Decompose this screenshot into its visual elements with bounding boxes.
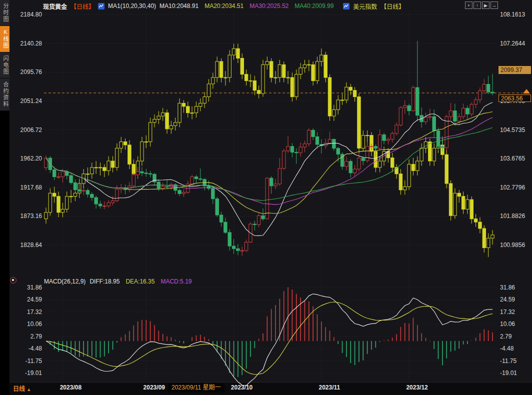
sidebar-tab-1[interactable]: K线图 [0, 26, 10, 52]
dropdown-arrow-icon: ▲ [26, 387, 31, 392]
price-axis-label: 2051.24 [11, 98, 42, 104]
sidebar-tab-0[interactable]: 分时图 [0, 0, 10, 26]
macd-axis-label-left: -4.48 [11, 345, 42, 352]
ma-value: MA20:2034.51 [204, 2, 244, 10]
ma-group-label: MA1(10,20,30,40) [108, 2, 156, 10]
symbol-name: 现货黄金 [43, 2, 67, 10]
macd-axis-label-left: -19.01 [11, 370, 42, 376]
macd-axis-label-left: 31.86 [11, 284, 42, 291]
macd-dea-value: DEA:16.35 [126, 278, 154, 285]
zoom-horizontal-icon[interactable]: ▶ [482, 2, 490, 9]
overlay-symbol-name: 美元指数 [353, 2, 377, 10]
price-axis-label: 2140.28 [11, 40, 42, 47]
high-price-badge: 2099.37 [498, 66, 531, 74]
crosshair-date-badge: 2023/09/11 星期一 [168, 383, 224, 392]
period-selector[interactable]: 日线 ▲ [13, 384, 31, 392]
chart-header: 现货黄金 【日线】 MA1(10,20,30,40) MA10:2048.91M… [43, 2, 404, 10]
macd-axis-label-right: 31.86 [500, 284, 531, 291]
price-axis-label: 1828.64 [11, 242, 42, 248]
ma-value: MA30:2025.52 [250, 2, 288, 10]
usd-axis-label: 101.8826 [500, 212, 531, 220]
usd-axis-label: 103.6765 [500, 155, 531, 162]
macd-axis-label-right: 24.59 [500, 296, 531, 303]
usd-axis-label: 104.5735 [500, 126, 531, 134]
macd-axis-label-left: 24.59 [11, 296, 42, 303]
macd-header: MACD(26,12,9) DIFF:18.95 DEA:16.35 MACD:… [44, 278, 192, 285]
price-axis-label: 1917.68 [11, 184, 42, 191]
price-axis-label: 2006.72 [11, 126, 42, 134]
left-sidebar: 分时图K线图闪电图合约资料 [0, 0, 10, 395]
last-price-badge: 2063.56 [498, 94, 531, 102]
price-axis-label: 1873.16 [11, 212, 42, 220]
usd-axis-label: 102.7796 [500, 184, 531, 191]
usd-axis-label: 108.1613 [500, 11, 531, 18]
macd-axis-label-right: 2.79 [500, 333, 531, 340]
macd-axis-label-right: 10.06 [500, 320, 531, 328]
symbol-period-tag: 【日线】 [70, 2, 94, 10]
chart-toolbar: +↑▶→ [465, 2, 498, 9]
overlay-period-tag: 【日线】 [380, 2, 404, 10]
zoom-vertical-icon[interactable]: ↑ [474, 2, 481, 9]
ma-legend: MA10:2048.91MA20:2034.51MA30:2025.52MA40… [160, 2, 340, 10]
macd-axis-label-right: -11.75 [500, 358, 531, 364]
macd-axis-label-left: 10.06 [11, 320, 42, 328]
indicator-settings-icon[interactable] [10, 277, 16, 284]
overlay-chart-icon[interactable] [343, 3, 350, 10]
axis-overlay: 2184.802140.282095.762051.242006.721962.… [0, 0, 532, 395]
trading-app-window: 分时图K线图闪电图合约资料 现货黄金 【日线】 MA1(10,20,30,40)… [0, 0, 532, 395]
chart-canvas[interactable] [0, 0, 532, 395]
macd-title: MACD(26,12,9) [44, 278, 86, 285]
macd-axis-label-right: -19.01 [500, 370, 531, 376]
ma-value: MA10:2048.91 [160, 2, 198, 10]
sidebar-tab-3[interactable]: 合约资料 [0, 78, 10, 111]
macd-macd-value: MACD:5.19 [160, 278, 192, 285]
macd-axis-label-left: -11.75 [11, 358, 42, 364]
macd-axis-label-right: 17.32 [500, 308, 531, 316]
macd-axis-label-left: 17.32 [11, 308, 42, 316]
sidebar-tab-2[interactable]: 闪电图 [0, 52, 10, 78]
collapse-right-icon[interactable]: → [490, 2, 498, 9]
macd-diff-value: DIFF:18.95 [90, 278, 120, 285]
bottom-bar [0, 382, 532, 395]
usd-axis-label: 100.9856 [500, 242, 531, 248]
pan-icon[interactable]: + [465, 2, 472, 9]
macd-axis-label-left: 2.79 [11, 333, 42, 340]
usd-axis-label: 107.2644 [500, 40, 531, 47]
macd-axis-label-right: -4.48 [500, 345, 531, 352]
price-axis-label: 2095.76 [11, 68, 42, 76]
chart-line-icon[interactable] [98, 3, 104, 10]
price-axis-label: 1962.20 [11, 155, 42, 162]
ma-value: MA40:2009.99 [294, 2, 334, 10]
price-axis-label: 2184.80 [11, 11, 42, 18]
